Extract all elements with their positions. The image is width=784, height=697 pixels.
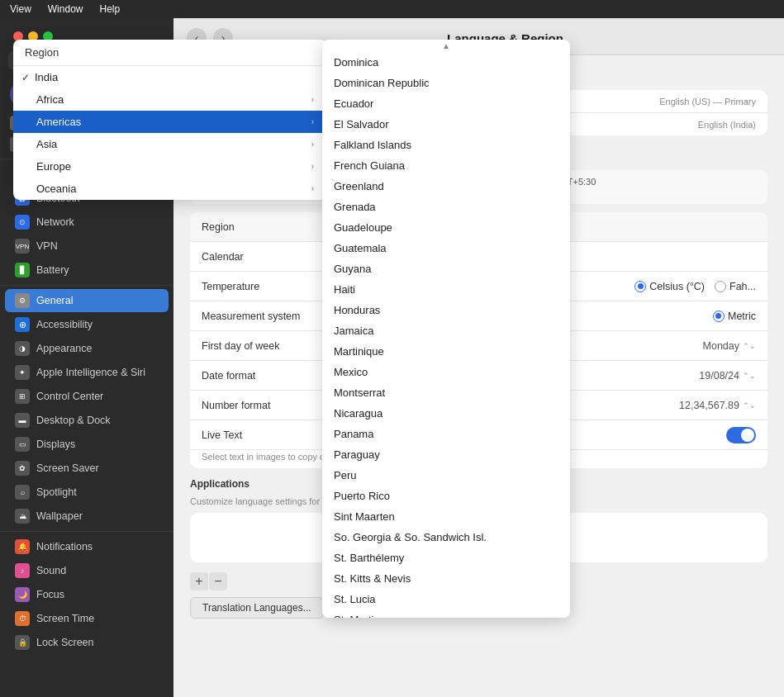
sidebar-item-desktop-dock[interactable]: ▬ Desktop & Dock [5, 409, 169, 432]
region-menu-title: Region [25, 46, 59, 59]
americas-item[interactable]: Dominica [322, 52, 570, 73]
americas-item[interactable]: Dominican Republic [322, 73, 570, 93]
americas-item[interactable]: Martinique [322, 341, 570, 362]
asia-label: Asia [36, 138, 311, 150]
remove-application-button[interactable]: − [209, 572, 227, 590]
africa-label: Africa [36, 93, 311, 106]
americas-item[interactable]: Sint Maarten [322, 506, 570, 527]
region-oceania-row[interactable]: Oceania › [13, 178, 327, 200]
sidebar-item-label-displays: Displays [36, 439, 75, 450]
region-dropdown-menu: Region ✓ India Africa › Americas › Asia … [13, 40, 327, 200]
sidebar-item-screen-saver[interactable]: ✿ Screen Saver [5, 457, 169, 480]
language-detail-english: English (India) [698, 120, 756, 130]
sidebar-item-lock-screen[interactable]: 🔒 Lock Screen [5, 631, 169, 654]
sidebar-item-label-network: Network [36, 216, 74, 228]
americas-item[interactable]: St. Martin [322, 609, 570, 618]
sidebar-item-label-screen-saver: Screen Saver [36, 462, 99, 474]
americas-item[interactable]: St. Barthélemy [322, 548, 570, 568]
add-application-button[interactable]: + [190, 572, 208, 590]
sound-icon: ♪ [15, 563, 30, 578]
americas-item[interactable]: French Guiana [322, 155, 570, 176]
americas-item[interactable]: Greenland [322, 176, 570, 197]
americas-item[interactable]: Guyana [322, 258, 570, 279]
sidebar-item-label-spotlight: Spotlight [36, 486, 77, 498]
americas-item[interactable]: St. Lucia [322, 589, 570, 609]
celsius-option[interactable]: Celsius (°C) [634, 281, 705, 292]
sidebar-item-label-sound: Sound [36, 565, 66, 576]
sidebar-item-vpn[interactable]: VPN VPN [5, 235, 169, 258]
fahrenheit-option[interactable]: Fah... [715, 281, 756, 292]
americas-item[interactable]: Puerto Rico [322, 486, 570, 506]
screen-saver-icon: ✿ [15, 461, 30, 476]
americas-item[interactable]: Peru [322, 465, 570, 486]
numberformat-stepper[interactable]: ⌃⌄ [743, 401, 756, 410]
sidebar-item-battery[interactable]: ▊ Battery [5, 258, 169, 282]
sidebar-item-label-appearance: Appearance [36, 343, 92, 354]
americas-item[interactable]: St. Kitts & Nevis [322, 568, 570, 589]
americas-item[interactable]: Grenada [322, 197, 570, 217]
americas-item[interactable]: Nicaragua [322, 403, 570, 424]
sidebar-item-label-focus: Focus [36, 589, 64, 600]
americas-item[interactable]: Paraguay [322, 444, 570, 465]
region-europe-row[interactable]: Europe › [13, 155, 327, 178]
sidebar-item-label-wallpaper: Wallpaper [36, 510, 83, 522]
screen-time-icon: ⏱ [15, 611, 30, 626]
americas-item[interactable]: Mexico [322, 362, 570, 382]
americas-item[interactable]: Honduras [322, 300, 570, 320]
sidebar-item-label-general: General [36, 295, 73, 306]
sidebar-item-label-control-center: Control Center [36, 391, 103, 402]
sidebar-item-network[interactable]: ⊙ Network [5, 211, 169, 234]
sidebar-item-appearance[interactable]: ◑ Appearance [5, 337, 169, 360]
sidebar-item-screen-time[interactable]: ⏱ Screen Time [5, 607, 169, 630]
americas-item[interactable]: Haiti [322, 279, 570, 300]
menu-view[interactable]: View [10, 3, 31, 15]
region-menu-header: Region [13, 40, 327, 66]
fahrenheit-radio[interactable] [715, 281, 726, 292]
measurement-radio[interactable] [713, 311, 725, 322]
lock-screen-icon: 🔒 [15, 635, 30, 650]
sidebar-item-sound[interactable]: ♪ Sound [5, 559, 169, 582]
americas-item[interactable]: El Salvador [322, 114, 570, 135]
region-india-row[interactable]: ✓ India [13, 66, 327, 88]
sidebar-item-displays[interactable]: ▭ Displays [5, 433, 169, 456]
firstday-value: Monday [703, 340, 739, 352]
sidebar-item-spotlight[interactable]: ⌕ Spotlight [5, 481, 169, 504]
sidebar-item-accessibility[interactable]: ⊕ Accessibility [5, 313, 169, 336]
sidebar-item-focus[interactable]: 🌙 Focus [5, 583, 169, 606]
celsius-radio[interactable] [634, 281, 646, 292]
displays-icon: ▭ [15, 437, 30, 452]
wallpaper-icon: ⛰ [15, 509, 30, 524]
americas-item[interactable]: Panama [322, 424, 570, 444]
americas-item[interactable]: Montserrat [322, 382, 570, 403]
region-asia-row[interactable]: Asia › [13, 133, 327, 155]
region-americas-row[interactable]: Americas › [13, 111, 327, 133]
americas-item[interactable]: Falkland Islands [322, 135, 570, 155]
translation-languages-button[interactable]: Translation Languages... [190, 597, 324, 619]
sidebar-divider-2 [0, 285, 173, 286]
temperature-options: Celsius (°C) Fah... [634, 281, 756, 292]
fahrenheit-label: Fah... [729, 281, 756, 292]
americas-item[interactable]: Guatemala [322, 238, 570, 258]
sidebar-item-ai-siri[interactable]: ✦ Apple Intelligence & Siri [5, 361, 169, 384]
americas-item[interactable]: So. Georgia & So. Sandwich Isl. [322, 527, 570, 548]
sidebar-item-label-ai-siri: Apple Intelligence & Siri [36, 367, 145, 378]
menu-help[interactable]: Help [99, 3, 120, 15]
firstday-stepper[interactable]: ⌃⌄ [743, 342, 756, 350]
americas-item[interactable]: Jamaica [322, 320, 570, 341]
region-africa-row[interactable]: Africa › [13, 88, 327, 111]
europe-chevron-icon: › [311, 162, 314, 171]
sidebar-item-general[interactable]: ⚙ General [5, 289, 169, 312]
sidebar-item-control-center[interactable]: ⊞ Control Center [5, 385, 169, 408]
sidebar-item-label-lock-screen: Lock Screen [36, 637, 93, 648]
sidebar-item-wallpaper[interactable]: ⛰ Wallpaper [5, 505, 169, 528]
americas-item[interactable]: Ecuador [322, 93, 570, 114]
sidebar-item-notifications[interactable]: 🔔 Notifications [5, 535, 169, 558]
numberformat-value: 12,34,567.89 [679, 400, 739, 411]
battery-icon: ▊ [15, 263, 30, 277]
dateformat-stepper[interactable]: ⌃⌄ [743, 372, 756, 380]
menu-window[interactable]: Window [48, 3, 83, 15]
americas-item[interactable]: Guadeloupe [322, 217, 570, 238]
network-icon: ⊙ [15, 215, 30, 230]
livetext-toggle[interactable] [726, 427, 756, 443]
general-icon: ⚙ [15, 293, 30, 308]
